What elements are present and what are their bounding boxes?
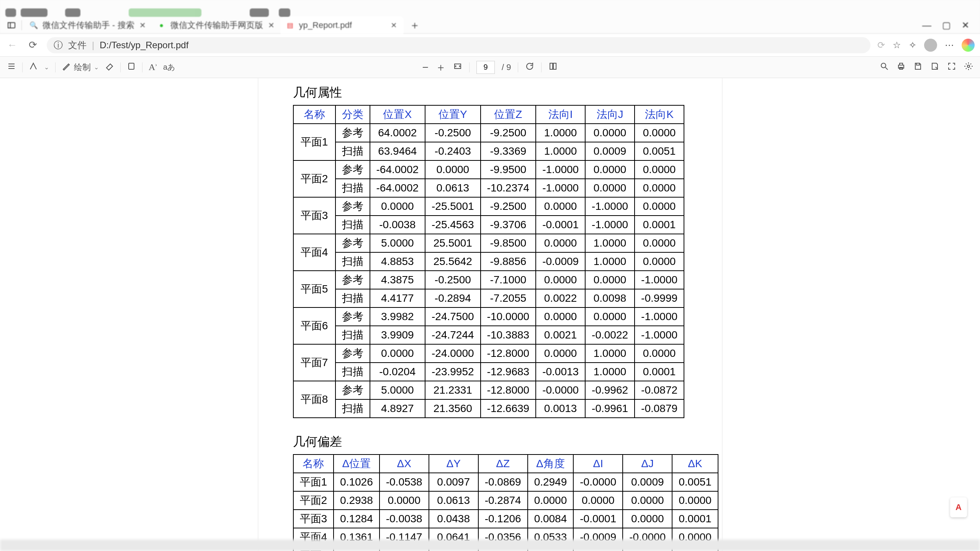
- table-cell: 1.0000: [585, 344, 635, 363]
- fit-page-icon[interactable]: [453, 62, 462, 73]
- save-as-icon[interactable]: [930, 62, 939, 73]
- tab-3[interactable]: ▤ yp_Report.pdf ✕: [281, 17, 403, 34]
- table-cell: 5.0000: [370, 234, 425, 252]
- tab-1[interactable]: 🔍 微信文件传输助手 - 搜索 ✕: [24, 17, 152, 34]
- more-icon[interactable]: ⋯: [945, 40, 954, 51]
- table-row: 平面8参考5.000021.2331-12.8000-0.0000-0.9962…: [293, 381, 684, 399]
- text-icon[interactable]: [127, 62, 136, 73]
- row-name: 平面4: [293, 234, 335, 271]
- table-cell: -0.2874: [478, 491, 528, 510]
- rotate-icon[interactable]: [525, 62, 534, 73]
- tab-2[interactable]: ● 微信文件传输助手网页版 ✕: [152, 17, 281, 34]
- new-tab-button[interactable]: ＋: [407, 18, 422, 33]
- settings-icon[interactable]: [964, 62, 973, 73]
- table-cell: 0.0013: [536, 399, 585, 418]
- close-window-button[interactable]: ✕: [962, 20, 969, 31]
- table-cell: -0.0022: [585, 326, 635, 344]
- collections-icon[interactable]: ✧: [909, 40, 916, 51]
- table-cell: -0.0013: [536, 363, 585, 381]
- profile-avatar[interactable]: [924, 39, 937, 52]
- table-cell: 平面2: [293, 491, 334, 510]
- table-cell: 25.5642: [425, 252, 481, 271]
- close-icon[interactable]: ✕: [390, 21, 398, 29]
- svg-point-9: [881, 63, 886, 68]
- read-aloud-icon[interactable]: A›: [149, 62, 157, 72]
- page-number-input[interactable]: [476, 61, 495, 74]
- row-name: 平面6: [293, 307, 335, 344]
- table-cell: 0.0000: [585, 160, 635, 179]
- table-cell: 参考: [335, 307, 370, 326]
- table-cell: 0.0021: [536, 326, 585, 344]
- table-cell: -0.9962: [585, 381, 635, 399]
- contents-icon[interactable]: [7, 62, 16, 73]
- table-cell: 0.1284: [334, 510, 380, 528]
- tab-label: 微信文件传输助手网页版: [170, 20, 263, 31]
- table-cell: 0.0000: [635, 344, 684, 363]
- pdf-helper-button[interactable]: [950, 497, 967, 517]
- table-cell: 0.0084: [528, 510, 574, 528]
- refresh-button[interactable]: ⟳: [26, 38, 40, 52]
- table-cell: 0.0000: [585, 124, 635, 142]
- table-cell: 1.0000: [536, 124, 585, 142]
- fullscreen-icon[interactable]: [947, 62, 956, 73]
- table-cell: 扫描: [335, 326, 370, 344]
- svg-rect-5: [129, 63, 134, 69]
- close-icon[interactable]: ✕: [139, 21, 147, 29]
- table-cell: -0.0038: [380, 510, 429, 528]
- table-cell: 1.0000: [536, 142, 585, 160]
- table-cell: 0.0000: [536, 307, 585, 326]
- translate-icon[interactable]: aあ: [163, 62, 175, 72]
- draw-button[interactable]: 绘制 ⌄: [62, 62, 99, 73]
- table-cell: 参考: [335, 381, 370, 399]
- sync-icon[interactable]: ⟳: [877, 40, 885, 51]
- page-view-icon[interactable]: [548, 62, 558, 73]
- table-cell: -1.0000: [635, 307, 684, 326]
- url-input[interactable]: ⓘ 文件 | D:/Test/yp_Report.pdf: [47, 37, 870, 53]
- address-bar: ← → ⟳ ⓘ 文件 | D:/Test/yp_Report.pdf ⟳ ☆ ✧…: [0, 34, 980, 57]
- table-cell: -0.0879: [635, 399, 684, 418]
- svg-rect-1: [8, 23, 10, 28]
- table-cell: 21.2331: [425, 381, 481, 399]
- save-icon[interactable]: [913, 62, 923, 73]
- table-row: 平面1参考64.0002-0.2500-9.25001.00000.00000.…: [293, 124, 684, 142]
- table-cell: -0.9999: [635, 289, 684, 307]
- maximize-button[interactable]: ▢: [942, 20, 951, 31]
- minimize-button[interactable]: ―: [922, 20, 931, 31]
- table-cell: 参考: [335, 160, 370, 179]
- chevron-down-icon[interactable]: ⌄: [44, 64, 49, 71]
- section-title-2: 几何偏差: [293, 433, 687, 450]
- table-cell: 0.0000: [573, 491, 623, 510]
- erase-icon[interactable]: [105, 62, 114, 73]
- table-row: 扫描3.9909-24.7244-10.38830.0021-0.0022-1.…: [293, 326, 684, 344]
- svg-rect-8: [553, 63, 556, 69]
- table-cell: 0.0000: [536, 271, 585, 289]
- table-cell: 0.0009: [623, 473, 672, 491]
- table-cell: -9.8500: [481, 234, 536, 252]
- pdf-toolbar: ⌄ 绘制 ⌄ A› aあ − ＋ / 9: [0, 57, 980, 78]
- table-row: 平面30.1284-0.00380.0438-0.12060.0084-0.00…: [293, 510, 718, 528]
- tab-actions-button[interactable]: [4, 18, 19, 33]
- table-cell: 扫描: [335, 216, 370, 234]
- search-icon: 🔍: [29, 21, 38, 29]
- zoom-in-button[interactable]: ＋: [435, 60, 446, 75]
- table-cell: -9.2500: [481, 124, 536, 142]
- find-icon[interactable]: [880, 62, 889, 73]
- zoom-out-button[interactable]: −: [422, 61, 429, 74]
- copilot-button[interactable]: [962, 39, 975, 52]
- table-cell: 0.0000: [536, 197, 585, 216]
- table-row: 平面10.1026-0.05380.0097-0.08690.2949-0.00…: [293, 473, 718, 491]
- table-header: ΔJ: [623, 455, 672, 473]
- table-cell: 0.0000: [635, 124, 684, 142]
- table-cell: 参考: [335, 344, 370, 363]
- table-cell: -10.2374: [481, 179, 536, 197]
- back-button[interactable]: ←: [5, 38, 19, 52]
- table-header: 名称: [293, 455, 334, 473]
- pdf-viewport[interactable]: 几何属性 名称分类位置X位置Y位置Z法向I法向J法向K 平面1参考64.0002…: [0, 78, 980, 551]
- table-cell: 4.3875: [370, 271, 425, 289]
- close-icon[interactable]: ✕: [268, 21, 275, 29]
- highlight-icon[interactable]: [29, 62, 38, 73]
- print-icon[interactable]: [897, 62, 906, 73]
- table-cell: 0.0613: [425, 179, 481, 197]
- favorite-icon[interactable]: ☆: [893, 40, 901, 51]
- table-cell: -23.9952: [425, 363, 481, 381]
